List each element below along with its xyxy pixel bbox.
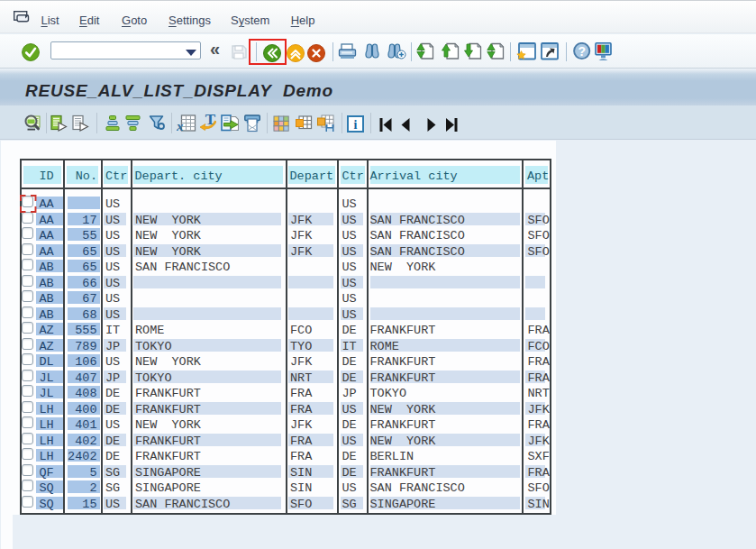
svg-text:?: ? [578, 43, 586, 58]
svg-text:T: T [205, 113, 216, 128]
svg-text:i: i [353, 117, 357, 131]
svg-text:x: x [177, 119, 184, 133]
